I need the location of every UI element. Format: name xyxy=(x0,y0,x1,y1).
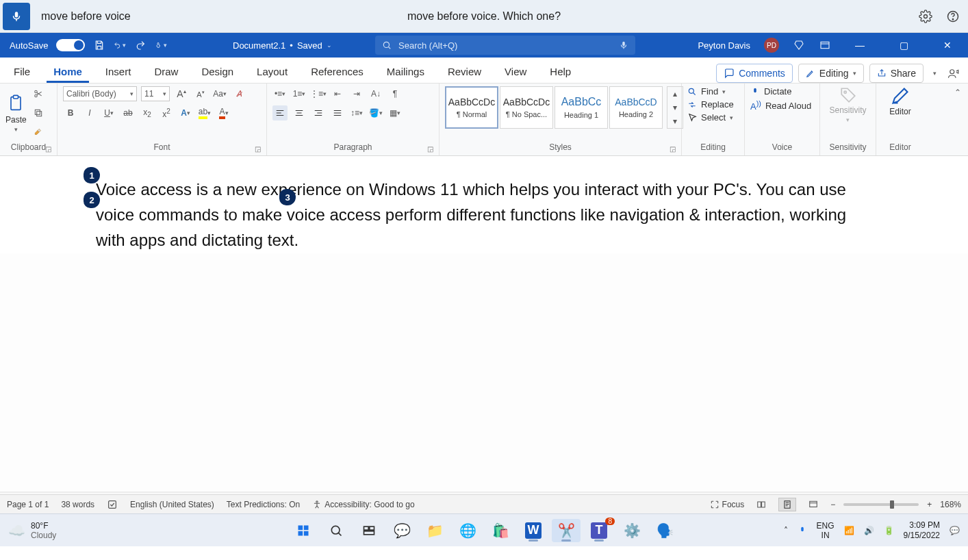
change-case-button[interactable]: Aa▾ xyxy=(212,86,227,101)
weather-widget[interactable]: ☁️ 80°F Cloudy xyxy=(8,521,56,540)
clock[interactable]: 3:09 PM 9/15/2022 xyxy=(904,520,940,540)
word-taskbar-button[interactable]: W xyxy=(519,519,548,542)
document-title[interactable]: Document2.1 • Saved ⌄ xyxy=(233,40,332,51)
underline-button[interactable]: U▾ xyxy=(101,105,116,120)
tab-draw[interactable]: Draw xyxy=(147,60,185,83)
tab-review[interactable]: Review xyxy=(441,60,488,83)
redo-icon[interactable] xyxy=(134,39,147,51)
styles-down-button[interactable]: ▾ xyxy=(667,101,683,114)
align-right-button[interactable] xyxy=(311,105,326,120)
increase-indent-button[interactable]: ⇥ xyxy=(349,86,364,101)
tab-insert[interactable]: Insert xyxy=(99,60,138,83)
show-marks-button[interactable]: ¶ xyxy=(387,86,403,101)
battery-icon[interactable]: 🔋 xyxy=(884,526,894,535)
font-color-button[interactable]: A▾ xyxy=(216,105,231,120)
format-painter-button[interactable] xyxy=(31,125,46,140)
superscript-button[interactable]: x2 xyxy=(159,105,174,120)
select-button[interactable]: Select▾ xyxy=(687,112,739,123)
language-indicator[interactable]: ENG IN xyxy=(817,521,835,540)
styles-up-button[interactable]: ▴ xyxy=(667,87,683,101)
wifi-icon[interactable]: 📶 xyxy=(844,526,854,535)
clipboard-launcher[interactable]: ◲ xyxy=(45,145,51,153)
borders-button[interactable]: ▦▾ xyxy=(387,105,403,120)
autosave-toggle[interactable] xyxy=(56,39,85,51)
zoom-value[interactable]: 168% xyxy=(940,500,961,509)
tray-overflow-button[interactable]: ˄ xyxy=(784,526,788,535)
tab-help[interactable]: Help xyxy=(543,60,578,83)
replace-button[interactable]: Replace xyxy=(687,99,739,110)
tray-mic-icon[interactable] xyxy=(798,526,807,535)
shading-button[interactable]: 🪣▾ xyxy=(368,105,383,120)
minimize-button[interactable]: ― xyxy=(845,40,875,51)
sort-button[interactable]: A↓ xyxy=(368,86,383,101)
window-mode-icon[interactable] xyxy=(819,39,831,51)
close-button[interactable]: ✕ xyxy=(932,40,963,51)
tab-file[interactable]: File xyxy=(7,60,37,83)
focus-button[interactable]: Focus xyxy=(710,500,745,509)
tab-view[interactable]: View xyxy=(498,60,533,83)
styles-launcher[interactable]: ◲ xyxy=(670,145,676,153)
collapse-ribbon-button[interactable]: ⌃ xyxy=(947,84,968,155)
editing-mode-button[interactable]: Editing ▾ xyxy=(798,64,864,83)
volume-icon[interactable]: 🔊 xyxy=(864,526,874,535)
zoom-out-button[interactable]: − xyxy=(830,500,835,509)
decrease-indent-button[interactable]: ⇤ xyxy=(330,86,345,101)
bold-button[interactable]: B xyxy=(63,105,78,120)
spellcheck-icon[interactable] xyxy=(107,499,118,510)
copy-button[interactable] xyxy=(31,105,46,120)
voice-number-badge-2[interactable]: 2 xyxy=(84,192,100,208)
account-name[interactable]: Peyton Davis xyxy=(698,40,750,51)
read-aloud-button[interactable]: A))Read Aloud xyxy=(750,99,814,112)
read-mode-button[interactable] xyxy=(752,498,770,511)
comments-button[interactable]: Comments xyxy=(716,64,793,83)
paragraph-launcher[interactable]: ◲ xyxy=(427,145,433,153)
present-icon[interactable] xyxy=(946,66,961,81)
style-heading-2[interactable]: AaBbCcDHeading 2 xyxy=(609,86,663,129)
store-button[interactable]: 🛍️ xyxy=(486,519,515,542)
clear-format-button[interactable]: A̷ xyxy=(231,86,246,101)
start-button[interactable] xyxy=(289,519,318,542)
tab-references[interactable]: References xyxy=(304,60,370,83)
voice-mic-button[interactable] xyxy=(3,3,30,30)
voice-number-badge-3[interactable]: 3 xyxy=(279,189,296,205)
document-area[interactable]: Voice access is a new experience on Wind… xyxy=(0,156,968,492)
justify-button[interactable] xyxy=(330,105,345,120)
accessibility-status[interactable]: Accessibility: Good to go xyxy=(312,500,414,509)
account-avatar[interactable]: PD xyxy=(764,38,779,53)
tab-layout[interactable]: Layout xyxy=(250,60,294,83)
cut-button[interactable] xyxy=(31,86,46,101)
search-box[interactable]: Search (Alt+Q) xyxy=(375,36,635,55)
font-size-combo[interactable]: 11▾ xyxy=(141,86,170,101)
undo-icon[interactable]: ▾ xyxy=(114,39,126,51)
notifications-button[interactable]: 💬 xyxy=(950,526,960,535)
voice-access-taskbar-button[interactable]: 🗣️ xyxy=(650,519,679,542)
italic-button[interactable]: I xyxy=(82,105,97,120)
tab-mailings[interactable]: Mailings xyxy=(380,60,431,83)
chat-button[interactable]: 💬 xyxy=(387,519,416,542)
taskbar-search-button[interactable] xyxy=(322,519,351,542)
share-dropdown[interactable]: ▾ xyxy=(929,70,941,77)
print-layout-button[interactable] xyxy=(778,498,796,511)
language-status[interactable]: English (United States) xyxy=(130,500,214,509)
text-effects-button[interactable]: A▾ xyxy=(178,105,193,120)
style-no-spacing[interactable]: AaBbCcDc¶ No Spac... xyxy=(500,86,553,129)
multilevel-button[interactable]: ⋮≡▾ xyxy=(311,86,326,101)
settings-icon[interactable] xyxy=(919,10,932,23)
zoom-slider[interactable] xyxy=(843,503,919,506)
styles-gallery[interactable]: AaBbCcDc¶ Normal AaBbCcDc¶ No Spac... Aa… xyxy=(445,86,663,129)
page-status[interactable]: Page 1 of 1 xyxy=(7,500,49,509)
line-spacing-button[interactable]: ↕≡▾ xyxy=(349,105,364,120)
font-name-combo[interactable]: Calibri (Body)▾ xyxy=(63,86,137,101)
settings-button[interactable]: ⚙️ xyxy=(617,519,646,542)
align-center-button[interactable] xyxy=(292,105,307,120)
voice-number-badge-1[interactable]: 1 xyxy=(84,167,100,183)
file-explorer-button[interactable]: 📁 xyxy=(420,519,449,542)
editor-button[interactable]: Editor xyxy=(882,86,919,116)
font-launcher[interactable]: ◲ xyxy=(255,145,261,153)
web-layout-button[interactable] xyxy=(804,498,822,511)
numbering-button[interactable]: 1≡▾ xyxy=(292,86,307,101)
tab-design[interactable]: Design xyxy=(194,60,240,83)
style-heading-1[interactable]: AaBbCcHeading 1 xyxy=(555,86,608,129)
task-view-button[interactable] xyxy=(355,519,383,542)
styles-more-button[interactable]: ▾ xyxy=(667,114,683,128)
